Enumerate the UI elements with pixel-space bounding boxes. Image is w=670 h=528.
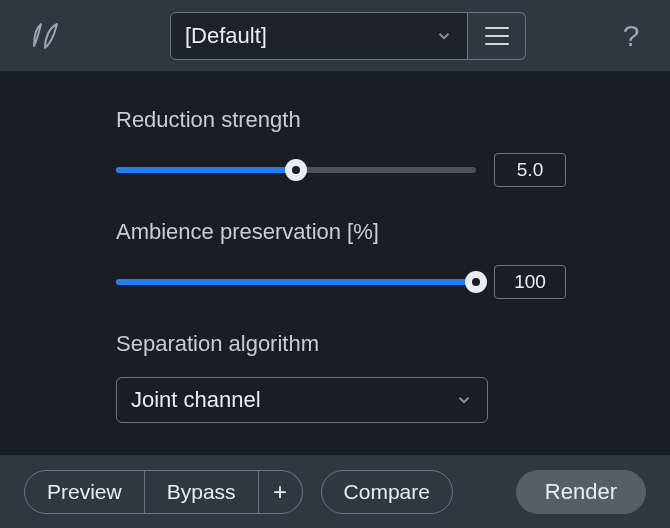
compare-button[interactable]: Compare	[321, 470, 453, 514]
hamburger-icon	[485, 27, 509, 45]
reduction-strength-label: Reduction strength	[116, 107, 670, 133]
ambience-preservation-slider[interactable]	[116, 279, 476, 285]
ambience-preservation-control: Ambience preservation [%] 100	[116, 219, 670, 299]
separation-algorithm-control: Separation algorithm Joint channel	[116, 331, 670, 423]
app-logo-icon	[22, 15, 64, 57]
reduction-strength-slider[interactable]	[116, 167, 476, 173]
slider-handle[interactable]	[465, 271, 487, 293]
ambience-preservation-value[interactable]: 100	[494, 265, 566, 299]
preset-menu-button[interactable]	[468, 12, 526, 60]
preview-button[interactable]: Preview	[24, 470, 145, 514]
add-button[interactable]: +	[259, 470, 303, 514]
top-bar: [Default] ?	[0, 0, 670, 71]
monitoring-button-group: Preview Bypass +	[24, 470, 303, 514]
main-panel: Reduction strength 5.0 Ambience preserva…	[0, 71, 670, 455]
reduction-strength-control: Reduction strength 5.0	[116, 107, 670, 187]
separation-algorithm-value: Joint channel	[131, 387, 261, 413]
preset-value: [Default]	[185, 23, 267, 49]
chevron-down-icon	[435, 27, 453, 45]
bottom-bar: Preview Bypass + Compare Render	[0, 455, 670, 528]
ambience-preservation-label: Ambience preservation [%]	[116, 219, 670, 245]
slider-handle[interactable]	[285, 159, 307, 181]
bypass-button[interactable]: Bypass	[145, 470, 259, 514]
help-icon: ?	[623, 19, 640, 52]
preset-group: [Default]	[170, 12, 526, 60]
reduction-strength-value[interactable]: 5.0	[494, 153, 566, 187]
help-button[interactable]: ?	[616, 19, 646, 53]
separation-algorithm-select[interactable]: Joint channel	[116, 377, 488, 423]
separation-algorithm-label: Separation algorithm	[116, 331, 670, 357]
chevron-down-icon	[455, 391, 473, 409]
preset-select[interactable]: [Default]	[170, 12, 468, 60]
render-button[interactable]: Render	[516, 470, 646, 514]
